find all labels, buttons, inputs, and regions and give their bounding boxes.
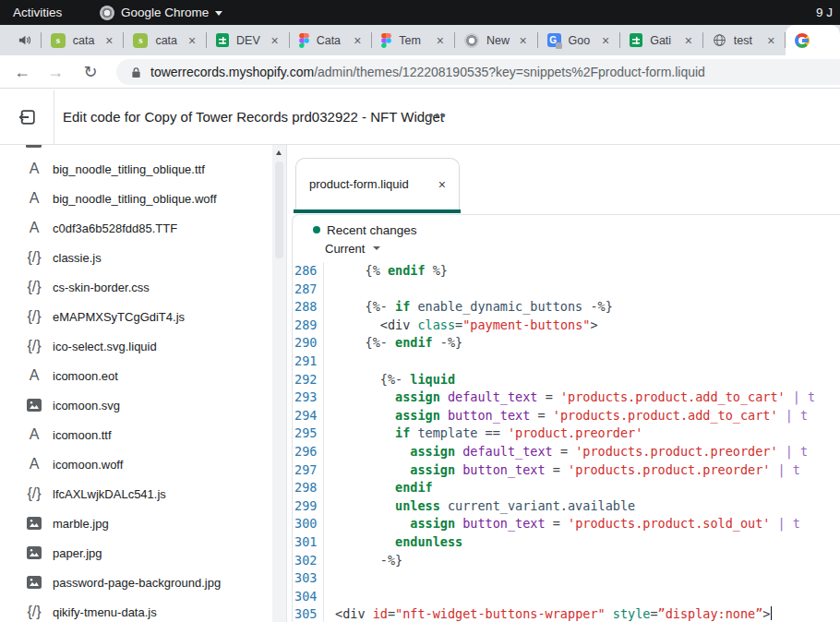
file-tab-product-form[interactable]: product-form.liquid ×: [295, 158, 460, 209]
sheets-icon: [630, 33, 642, 47]
address-bar[interactable]: towerrecords.myshopify.com/admin/themes/…: [116, 59, 840, 85]
browser-tab[interactable]: Gati×: [620, 25, 703, 55]
browser-tab[interactable]: test×: [703, 25, 786, 55]
unsaved-changes-dot-icon: [313, 226, 320, 233]
line-number: 295: [294, 425, 317, 443]
scroll-up-icon[interactable]: [276, 150, 282, 155]
file-item[interactable]: {/}classie.js: [0, 243, 270, 272]
font-file-icon: A: [24, 426, 44, 443]
close-icon[interactable]: ×: [350, 34, 365, 47]
code-editor[interactable]: 286 {% endif %}287288 {%- if enable_dyna…: [293, 262, 840, 622]
tab-title: Cata: [317, 34, 350, 47]
browser-tab[interactable]: Goo×: [538, 25, 621, 55]
file-item[interactable]: {/}qikify-tmenu-data.js: [0, 597, 270, 622]
globe-icon: [713, 33, 726, 47]
version-selector[interactable]: Current: [325, 241, 380, 256]
file-item[interactable]: password-page-background.jpg: [0, 568, 270, 597]
line-number: 291: [294, 353, 317, 371]
close-icon[interactable]: ×: [438, 177, 446, 192]
file-item[interactable]: Aicomoon.ttf: [0, 420, 270, 449]
close-icon[interactable]: ×: [681, 34, 696, 47]
forward-icon[interactable]: →: [42, 59, 68, 85]
reload-icon[interactable]: ↻: [78, 59, 103, 85]
scrollbar-thumb[interactable]: [275, 161, 283, 258]
figma-icon: [299, 33, 309, 48]
file-item[interactable]: Aicomoon.eot: [0, 361, 270, 390]
file-name: icomoon.svg: [53, 399, 120, 413]
browser-tab[interactable]: Tem×: [372, 25, 455, 55]
line-number: 300: [294, 515, 317, 533]
file-item[interactable]: Abig_noodle_titling_oblique.ttf: [0, 154, 270, 184]
line-number: 287: [294, 281, 317, 299]
close-icon[interactable]: ×: [433, 34, 448, 47]
browser-tab[interactable]: Cata×: [290, 25, 373, 55]
code-line-content: assign default_text = 'products.product.…: [335, 443, 808, 461]
file-name: icomoon.woff: [53, 458, 123, 472]
font-file-icon: A: [24, 190, 44, 207]
line-number: 292: [294, 371, 317, 389]
partial-file-icon: [26, 145, 42, 148]
tab-title: New: [486, 34, 516, 47]
recent-changes-label: Recent changes: [327, 223, 417, 237]
lock-icon[interactable]: [131, 66, 141, 78]
tab-title: DEV: [236, 34, 268, 47]
file-name: cs-skin-border.css: [53, 281, 150, 294]
chrome-app-menu[interactable]: Google Chrome: [100, 0, 222, 25]
browser-tab[interactable]: New×: [455, 25, 538, 55]
clock-button[interactable]: 9 J: [816, 0, 840, 25]
exit-icon[interactable]: [15, 104, 41, 130]
file-tab-label: product-form.liquid: [309, 177, 409, 191]
shopify-icon: [133, 33, 148, 48]
code-line: 297 assign button_text = 'products.produ…: [293, 461, 840, 480]
file-item[interactable]: Ac0df3a6b528fdd85.TTF: [0, 213, 270, 243]
line-number: 294: [294, 407, 317, 425]
active-tab-underline: [294, 209, 461, 213]
code-line: 291: [293, 353, 840, 371]
file-item[interactable]: {/}cs-skin-border.css: [0, 272, 270, 302]
file-item[interactable]: Abig_noodle_titling_oblique.woff: [0, 184, 270, 213]
line-number: 296: [294, 443, 317, 461]
code-line-content: assign button_text = 'products.product.a…: [335, 407, 808, 425]
close-icon[interactable]: ×: [598, 34, 613, 47]
file-item[interactable]: {/}ico-select.svg.liquid: [0, 331, 270, 361]
image-file-icon: [24, 546, 44, 559]
browser-tab[interactable]: [786, 25, 840, 55]
system-top-bar: Activities Google Chrome 9 J: [0, 0, 840, 25]
file-item[interactable]: marble.jpg: [0, 508, 270, 538]
overflow-menu-icon[interactable]: •••: [423, 90, 452, 144]
close-icon[interactable]: ×: [516, 34, 531, 47]
activities-button[interactable]: Activities: [13, 0, 62, 25]
code-line: 296 assign default_text = 'products.prod…: [293, 443, 840, 461]
close-icon[interactable]: ×: [102, 34, 116, 47]
close-icon[interactable]: ×: [268, 34, 282, 47]
browser-tab[interactable]: cata×: [124, 25, 207, 55]
browser-tab[interactable]: DEV×: [207, 25, 290, 55]
close-icon[interactable]: ×: [185, 34, 199, 47]
file-item[interactable]: {/}eMAPMXSyTCgGdiT4.js: [0, 302, 270, 331]
text-caret: [771, 606, 773, 620]
tab-title: Gati: [650, 34, 681, 47]
sidebar-scrollbar[interactable]: [272, 145, 286, 622]
file-item[interactable]: paper.jpg: [0, 538, 270, 568]
back-icon[interactable]: ←: [9, 59, 35, 85]
file-item[interactable]: {/}lfcAXLwjkDALc541.js: [0, 479, 270, 508]
screen: Activities Google Chrome 9 J cata×cata×D…: [0, 0, 840, 622]
code-line-content: assign default_text = 'products.product.…: [335, 389, 815, 407]
code-line: 287: [293, 281, 840, 299]
line-number: 289: [294, 317, 317, 335]
line-number: 304: [294, 588, 317, 606]
file-name: password-page-background.jpg: [53, 576, 221, 590]
file-item[interactable]: icomoon.svg: [0, 390, 270, 420]
browser-tab[interactable]: cata×: [42, 25, 125, 55]
code-file-icon: {/}: [24, 308, 44, 325]
image-file-icon: [24, 517, 44, 530]
code-line-content: if template == 'product.preorder': [335, 425, 642, 443]
line-number: 286: [294, 262, 317, 281]
close-icon[interactable]: ×: [763, 34, 778, 47]
dropdown-caret-icon: [373, 246, 380, 250]
tab-audio-speaker-icon[interactable]: [7, 25, 42, 55]
code-line: 300 assign button_text = 'products.produ…: [293, 515, 840, 533]
file-item[interactable]: Aicomoon.woff: [0, 449, 270, 479]
code-line-content: assign button_text = 'products.product.s…: [335, 515, 800, 533]
line-number: 303: [294, 569, 317, 588]
